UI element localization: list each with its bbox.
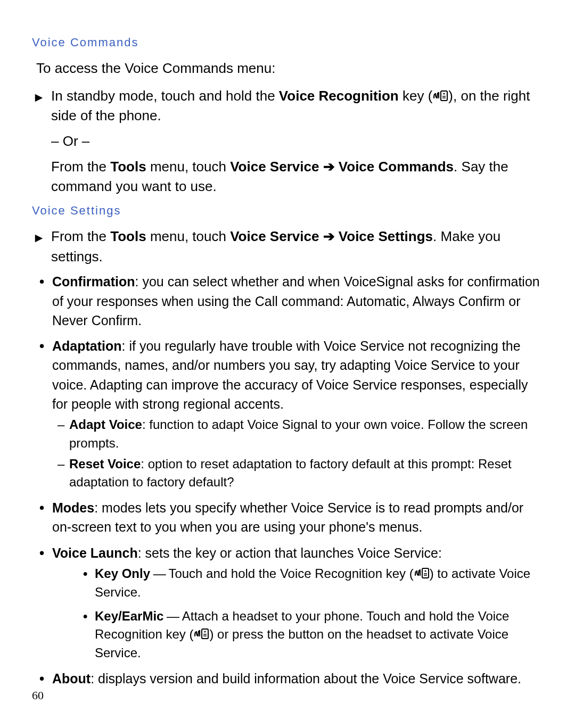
step-text: From the Tools menu, touch Voice Service… bbox=[51, 228, 500, 264]
em-dash: — bbox=[163, 609, 182, 623]
step-voice-commands-1b: From the Tools menu, touch Voice Service… bbox=[32, 157, 543, 197]
text-fragment: : modes lets you specify whether Voice S… bbox=[52, 500, 523, 534]
bold-label: Key Only bbox=[95, 566, 150, 581]
text-fragment: Touch and hold the Voice Recognition key… bbox=[168, 566, 413, 581]
svg-point-7 bbox=[424, 570, 426, 572]
bold-label: Voice Launch bbox=[52, 545, 138, 560]
bold-label: Tools bbox=[110, 159, 146, 175]
bold-label: Key/EarMic bbox=[95, 609, 163, 623]
bold-label: Voice Settings bbox=[339, 228, 433, 244]
em-dash: — bbox=[150, 566, 168, 581]
bold-label: Adaptation bbox=[52, 338, 122, 353]
svg-rect-10 bbox=[202, 629, 208, 639]
text-fragment: menu, touch bbox=[146, 159, 231, 175]
sub-item-reset-voice: Reset Voice: option to reset adaptation … bbox=[58, 455, 543, 492]
svg-marker-0 bbox=[35, 94, 43, 101]
page-number: 60 bbox=[32, 689, 44, 702]
bold-label: About bbox=[52, 671, 91, 686]
voice-recognition-icon bbox=[432, 89, 448, 103]
heading-voice-settings: Voice Settings bbox=[32, 202, 543, 219]
text-fragment: menu, touch bbox=[146, 228, 231, 244]
play-arrow-icon bbox=[34, 229, 45, 239]
voice-recognition-icon bbox=[193, 627, 209, 641]
list-item-confirmation: Confirmation: you can select whether and… bbox=[39, 272, 543, 330]
bold-label: Confirmation bbox=[52, 274, 135, 289]
text-fragment: In standby mode, touch and hold the bbox=[51, 88, 279, 104]
bold-label: Voice Service bbox=[230, 228, 319, 244]
bold-label: Reset Voice bbox=[69, 457, 141, 471]
adaptation-sublist: Adapt Voice: function to adapt Voice Sig… bbox=[52, 416, 543, 492]
sub-item-key-only: Key Only — Touch and hold the Voice Reco… bbox=[83, 565, 543, 602]
text-fragment: : displays version and build information… bbox=[91, 671, 521, 686]
bold-label: Adapt Voice bbox=[69, 417, 142, 432]
step-text: In standby mode, touch and hold the Voic… bbox=[51, 88, 530, 124]
bold-label: Tools bbox=[110, 228, 146, 244]
svg-marker-5 bbox=[35, 235, 43, 242]
step-voice-commands-1: In standby mode, touch and hold the Voic… bbox=[32, 86, 543, 126]
bold-label: Voice Recognition bbox=[279, 88, 399, 104]
svg-point-2 bbox=[443, 93, 445, 94]
settings-list: Confirmation: you can select whether and… bbox=[32, 272, 543, 688]
text-fragment: : sets the key or action that launches V… bbox=[138, 545, 442, 560]
bold-label: Voice Service bbox=[230, 159, 319, 175]
heading-voice-commands: Voice Commands bbox=[32, 34, 543, 51]
text-fragment: From the bbox=[51, 159, 110, 175]
sub-item-key-earmic: Key/EarMic — Attach a headset to your ph… bbox=[83, 607, 543, 663]
intro-text: To access the Voice Commands menu: bbox=[36, 59, 543, 79]
svg-rect-6 bbox=[422, 568, 429, 578]
right-arrow-icon: ➔ bbox=[319, 159, 338, 175]
voice-launch-sublist: Key Only — Touch and hold the Voice Reco… bbox=[52, 565, 543, 663]
step-voice-settings: From the Tools menu, touch Voice Service… bbox=[32, 227, 543, 267]
list-item-adaptation: Adaptation: if you regularly have troubl… bbox=[39, 336, 543, 492]
list-item-voice-launch: Voice Launch: sets the key or action tha… bbox=[39, 543, 543, 663]
bold-label: Voice Commands bbox=[339, 159, 454, 175]
text-fragment: From the bbox=[51, 228, 110, 244]
play-arrow-icon bbox=[34, 88, 45, 99]
svg-rect-1 bbox=[441, 91, 447, 101]
voice-recognition-icon bbox=[414, 567, 430, 581]
sub-item-adapt-voice: Adapt Voice: function to adapt Voice Sig… bbox=[58, 416, 543, 453]
text-fragment: : if you regularly have trouble with Voi… bbox=[52, 338, 528, 411]
or-divider: – Or – bbox=[32, 131, 543, 152]
bold-label: Modes bbox=[52, 500, 94, 515]
list-item-modes: Modes: modes lets you specify whether Vo… bbox=[39, 498, 543, 537]
svg-point-11 bbox=[204, 631, 206, 633]
right-arrow-icon: ➔ bbox=[319, 228, 338, 244]
list-item-about: About: displays version and build inform… bbox=[39, 669, 543, 688]
text-fragment: key ( bbox=[399, 88, 433, 104]
